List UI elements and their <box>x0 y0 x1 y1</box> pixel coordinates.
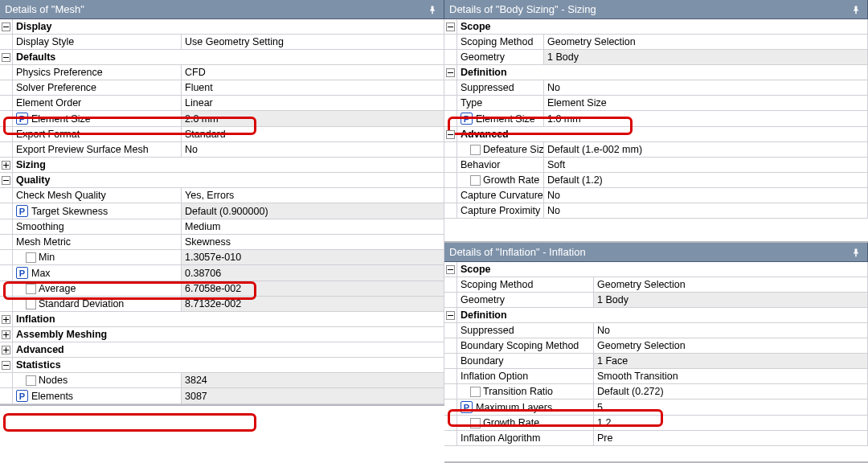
pushpin-icon[interactable] <box>851 5 861 14</box>
property-value[interactable]: No <box>544 188 868 203</box>
collapse-icon[interactable] <box>2 23 10 31</box>
checkbox[interactable] <box>470 175 481 186</box>
checkbox[interactable] <box>26 375 36 386</box>
property-label[interactable]: Growth Rate <box>457 173 544 188</box>
property-label[interactable]: PMaximum Layers <box>457 399 594 416</box>
pushpin-icon[interactable] <box>428 5 437 14</box>
property-value[interactable]: Default (1.2) <box>544 173 868 188</box>
property-label[interactable]: Nodes <box>13 373 182 388</box>
group-header[interactable]: Definition <box>444 308 868 323</box>
property-label[interactable]: Average <box>13 281 182 297</box>
property-value[interactable]: Use Geometry Setting <box>182 35 444 50</box>
property-value[interactable]: No <box>544 80 868 96</box>
property-label[interactable]: PElements <box>13 388 182 404</box>
collapse-icon[interactable] <box>446 130 455 139</box>
property-label[interactable]: PTarget Skewness <box>13 203 182 219</box>
property-label[interactable]: Min <box>13 250 182 265</box>
property-label[interactable]: Export Format <box>13 127 182 142</box>
group-header[interactable]: Inflation <box>0 312 444 327</box>
property-label[interactable]: Suppressed <box>457 323 594 338</box>
body-sizing-panel-title[interactable]: Details of "Body Sizing" - Sizing <box>444 0 868 19</box>
property-value[interactable]: 3824 <box>182 373 444 388</box>
group-header[interactable]: Display <box>0 19 444 35</box>
expand-icon[interactable] <box>2 161 10 170</box>
property-label[interactable]: Display Style <box>13 35 182 50</box>
expander-gutter[interactable] <box>444 308 457 323</box>
property-label[interactable]: Mesh Metric <box>13 235 182 250</box>
group-header-label[interactable]: Defaults <box>13 50 444 65</box>
property-label[interactable]: Capture Proximity <box>457 203 544 219</box>
property-value[interactable]: Geometry Selection <box>594 338 868 354</box>
checkbox[interactable] <box>470 145 481 155</box>
parameter-badge-icon[interactable]: P <box>16 113 28 125</box>
expander-gutter[interactable] <box>0 312 13 327</box>
property-label[interactable]: PElement Size <box>13 111 182 127</box>
property-label[interactable]: Suppressed <box>457 80 544 96</box>
property-label[interactable]: Inflation Algorithm <box>457 431 594 446</box>
property-value[interactable]: Medium <box>182 219 444 235</box>
property-value[interactable]: 6.7058e-002 <box>182 281 444 297</box>
property-value[interactable]: No <box>594 323 868 338</box>
group-header[interactable]: Defaults <box>0 50 444 65</box>
property-value[interactable]: 1.3057e-010 <box>182 250 444 265</box>
property-label[interactable]: Smoothing <box>13 219 182 235</box>
group-header-label[interactable]: Definition <box>457 308 868 323</box>
property-value[interactable]: 1 Face <box>594 354 868 369</box>
group-header-label[interactable]: Sizing <box>13 158 444 173</box>
parameter-badge-icon[interactable]: P <box>16 267 28 279</box>
property-value[interactable]: Geometry Selection <box>594 277 868 293</box>
group-header-label[interactable]: Advanced <box>13 342 444 358</box>
property-label[interactable]: Scoping Method <box>457 277 594 293</box>
checkbox[interactable] <box>26 299 36 309</box>
checkbox[interactable] <box>470 418 481 428</box>
property-value[interactable]: 1 Body <box>594 293 868 308</box>
property-label[interactable]: Type <box>457 96 544 111</box>
property-value[interactable]: 2.0 mm <box>182 111 444 127</box>
property-label[interactable]: Standard Deviation <box>13 297 182 312</box>
property-value[interactable]: Smooth Transition <box>594 369 868 384</box>
property-value[interactable]: Soft <box>544 158 868 173</box>
property-value[interactable]: No <box>544 203 868 219</box>
group-header[interactable]: Scope <box>444 19 868 35</box>
property-value[interactable]: 1.0 mm <box>544 111 868 127</box>
property-label[interactable]: PElement Size <box>457 111 544 127</box>
property-value[interactable]: Pre <box>594 431 868 446</box>
property-value[interactable]: Standard <box>182 127 444 142</box>
property-label[interactable]: Inflation Option <box>457 369 594 384</box>
expander-gutter[interactable] <box>0 342 13 358</box>
expand-icon[interactable] <box>2 315 10 324</box>
parameter-badge-icon[interactable]: P <box>461 401 473 413</box>
group-header[interactable]: Quality <box>0 173 444 188</box>
pushpin-icon[interactable] <box>851 248 861 257</box>
property-value[interactable]: 1.2 <box>594 416 868 431</box>
group-header[interactable]: Advanced <box>444 127 868 142</box>
group-header-label[interactable]: Quality <box>13 173 444 188</box>
property-label[interactable]: Check Mesh Quality <box>13 188 182 203</box>
group-header-label[interactable]: Inflation <box>13 312 444 327</box>
group-header[interactable]: Sizing <box>0 158 444 173</box>
group-header-label[interactable]: Scope <box>457 19 868 35</box>
property-label[interactable]: Transition Ratio <box>457 384 594 399</box>
group-header-label[interactable]: Statistics <box>13 358 444 373</box>
group-header-label[interactable]: Scope <box>457 262 868 277</box>
property-value[interactable]: Skewness <box>182 235 444 250</box>
property-value[interactable]: Linear <box>182 96 444 111</box>
group-header-label[interactable]: Display <box>13 19 444 35</box>
expander-gutter[interactable] <box>0 19 13 35</box>
group-header-label[interactable]: Definition <box>457 65 868 80</box>
property-value[interactable]: Default (0.900000) <box>182 203 444 219</box>
property-label[interactable]: Physics Preference <box>13 65 182 80</box>
checkbox[interactable] <box>26 284 36 294</box>
property-label[interactable]: Capture Curvature <box>457 188 544 203</box>
expander-gutter[interactable] <box>0 358 13 373</box>
property-label[interactable]: Element Order <box>13 96 182 111</box>
property-label[interactable]: Scoping Method <box>457 35 544 50</box>
property-value[interactable]: No <box>182 142 444 158</box>
checkbox[interactable] <box>470 387 481 397</box>
expander-gutter[interactable] <box>0 327 13 342</box>
checkbox[interactable] <box>26 252 36 263</box>
group-header[interactable]: Advanced <box>0 342 444 358</box>
property-value[interactable]: CFD <box>182 65 444 80</box>
property-value[interactable]: 1 Body <box>544 50 868 65</box>
property-value[interactable]: Geometry Selection <box>544 35 868 50</box>
